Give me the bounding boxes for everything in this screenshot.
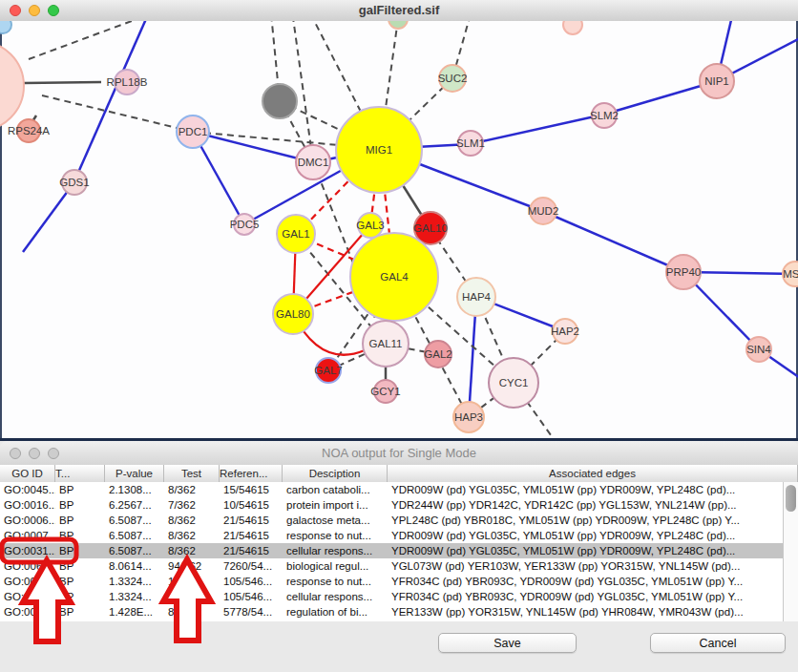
- table-cell[interactable]: galactose meta...: [283, 513, 388, 528]
- table-cell[interactable]: protein import i...: [283, 497, 388, 513]
- table-cell[interactable]: BP: [55, 513, 105, 528]
- table-cell[interactable]: cellular respons...: [283, 589, 388, 604]
- table-cell[interactable]: 105/546...: [220, 574, 283, 589]
- table-cell[interactable]: 8/362: [164, 513, 220, 528]
- table-cell[interactable]: cellular respons...: [283, 543, 388, 558]
- table-cell[interactable]: 7260/54...: [220, 558, 283, 574]
- table-row[interactable]: GO:0050...BP1.428E...80/3625778/54...reg…: [0, 604, 783, 620]
- table-cell[interactable]: 1.3324...: [105, 574, 164, 589]
- noa-titlebar[interactable]: NOA output for Single Mode: [0, 441, 798, 466]
- scrollbar-thumb[interactable]: [786, 485, 796, 512]
- table-cell[interactable]: 5778/54...: [220, 604, 283, 620]
- table-cell[interactable]: GO:0031...: [0, 543, 55, 558]
- table-cell[interactable]: 21/54615: [220, 528, 283, 543]
- table-row[interactable]: GO:0016...BP6.2567...7/36210/54615protei…: [0, 497, 783, 513]
- node-label-MIG1: MIG1: [366, 144, 392, 156]
- main-titlebar[interactable]: galFiltered.sif: [0, 0, 798, 22]
- table-cell[interactable]: GO:0045...: [0, 482, 55, 497]
- table-cell[interactable]: 11/362: [164, 574, 220, 589]
- column-header-5[interactable]: Desciption: [283, 465, 388, 482]
- table-cell[interactable]: GO:0065...: [0, 558, 55, 574]
- table-cell[interactable]: 10/54615: [220, 497, 283, 513]
- table-cell[interactable]: YPL248C (pd) YBR018C, YML051W (pp) YDR00…: [388, 513, 783, 528]
- node-top-pale[interactable]: [563, 21, 582, 34]
- table-cell[interactable]: 105/546...: [220, 589, 283, 604]
- column-header-1[interactable]: T...: [55, 465, 105, 482]
- table-cell[interactable]: 94/362: [164, 558, 220, 574]
- table-cell[interactable]: 8/362: [164, 528, 220, 543]
- node-label-GDS1: GDS1: [59, 177, 89, 188]
- table-cell[interactable]: BP: [55, 574, 105, 589]
- table-cell[interactable]: GO:0031...: [0, 574, 55, 589]
- column-header-2[interactable]: P-value: [105, 465, 164, 482]
- table-row[interactable]: GO:0007...BP6.5087...8/36221/54615respon…: [0, 528, 783, 543]
- table-cell[interactable]: biological regul...: [283, 558, 388, 574]
- table-cell[interactable]: YFR034C (pd) YBR093C, YDR009W (pd) YGL03…: [388, 589, 783, 604]
- node-grey-node[interactable]: [262, 84, 297, 118]
- table-cell[interactable]: 6.5087...: [105, 528, 164, 543]
- table-cell[interactable]: GO:0050...: [0, 604, 55, 620]
- table-cell[interactable]: BP: [55, 497, 105, 513]
- table-cell[interactable]: BP: [55, 604, 105, 620]
- table-row[interactable]: GO:0065...BP8.0614...94/3627260/54...bio…: [0, 558, 783, 574]
- network-graph: RPL18BRPS24APDC1GDS1DMC1SUC2SLM1SLM2NIP1…: [0, 21, 798, 441]
- table-cell[interactable]: carbon cataboli...: [283, 482, 388, 497]
- table-cell[interactable]: YGL073W (pd) YER103W, YER133W (pp) YOR31…: [388, 558, 783, 574]
- column-header-3[interactable]: Test: [164, 465, 220, 482]
- table-cell[interactable]: 11/362: [164, 589, 220, 604]
- table-cell[interactable]: YFR034C (pd) YBR093C, YDR009W (pd) YGL03…: [388, 574, 783, 589]
- application-window: galFiltered.sif RPL18BRPS24APDC1GDS1DMC1…: [0, 0, 798, 672]
- noa-window-title: NOA output for Single Mode: [0, 446, 798, 460]
- table-cell[interactable]: regulation of bi...: [283, 604, 388, 620]
- table-cell[interactable]: 80/362: [164, 604, 220, 620]
- table-row[interactable]: GO:0031...BP1.3324...11/362105/546...cel…: [0, 589, 783, 604]
- table-cell[interactable]: BP: [55, 558, 105, 574]
- node-label-GAL4: GAL4: [380, 271, 409, 283]
- table-cell[interactable]: BP: [55, 589, 105, 604]
- table-cell[interactable]: GO:0006...: [0, 513, 55, 528]
- node-label-SLM2: SLM2: [590, 110, 619, 121]
- table-cell[interactable]: 21/54615: [220, 543, 283, 558]
- column-header-6[interactable]: Associated edges: [388, 465, 798, 482]
- table-cell[interactable]: 6.5087...: [105, 543, 164, 558]
- table-cell[interactable]: YDR009W (pd) YGL035C, YML051W (pp) YDR00…: [388, 543, 783, 558]
- table-row[interactable]: GO:0006...BP6.5087...8/36221/54615galact…: [0, 513, 783, 528]
- table-row[interactable]: GO:0031...BP6.5087...8/36221/54615cellul…: [0, 543, 783, 558]
- node-big-left[interactable]: [0, 41, 24, 131]
- table-cell[interactable]: YDR244W (pp) YDR142C, YDR142C (pp) YGL15…: [388, 497, 783, 513]
- table-scrollbar[interactable]: [783, 482, 798, 621]
- column-header-0[interactable]: GO ID: [0, 465, 55, 482]
- save-button[interactable]: Save: [438, 633, 577, 653]
- table-cell[interactable]: 1.428E...: [105, 604, 164, 620]
- cancel-button[interactable]: Cancel: [650, 633, 786, 653]
- table-cell[interactable]: 2.1308...: [105, 482, 164, 497]
- table-cell[interactable]: YER133W (pp) YOR315W, YNL145W (pd) YHR08…: [388, 604, 783, 620]
- table-row[interactable]: GO:0045...BP2.1308...8/36215/54615carbon…: [0, 482, 783, 497]
- table-cell[interactable]: 8/362: [164, 543, 220, 558]
- table-cell[interactable]: 1.3324...: [105, 589, 164, 604]
- table-cell[interactable]: YDR009W (pd) YGL035C, YML051W (pp) YDR00…: [388, 528, 783, 543]
- table-cell[interactable]: BP: [55, 482, 105, 497]
- table-cell[interactable]: response to nut...: [283, 528, 388, 543]
- table-cell[interactable]: 6.5087...: [105, 513, 164, 528]
- table-cell[interactable]: YDR009W (pd) YGL035C, YML051W (pp) YDR00…: [388, 482, 783, 497]
- table-cell[interactable]: BP: [55, 543, 105, 558]
- node-corner-blue[interactable]: [0, 21, 11, 33]
- table-cell[interactable]: GO:0016...: [0, 497, 55, 513]
- table-cell[interactable]: 8.0614...: [105, 558, 164, 574]
- table-cell[interactable]: GO:0031...: [0, 589, 55, 604]
- table-cell[interactable]: 21/54615: [220, 513, 283, 528]
- table-cell[interactable]: 7/362: [164, 497, 220, 513]
- table-cell[interactable]: GO:0007...: [0, 528, 55, 543]
- table-row[interactable]: GO:0031...BP1.3324...11/362105/546...res…: [0, 574, 783, 589]
- node-label-GAL11: GAL11: [369, 338, 403, 349]
- table-cell[interactable]: 8/362: [164, 482, 220, 497]
- node-label-SIN4: SIN4: [746, 344, 771, 355]
- node-top-green[interactable]: [388, 21, 408, 29]
- table-cell[interactable]: response to nut...: [283, 574, 388, 589]
- network-canvas[interactable]: RPL18BRPS24APDC1GDS1DMC1SUC2SLM1SLM2NIP1…: [0, 21, 798, 441]
- table-cell[interactable]: BP: [55, 528, 105, 543]
- table-cell[interactable]: 6.2567...: [105, 497, 164, 513]
- table-cell[interactable]: 15/54615: [220, 482, 283, 497]
- column-header-4[interactable]: Referen...: [220, 465, 283, 482]
